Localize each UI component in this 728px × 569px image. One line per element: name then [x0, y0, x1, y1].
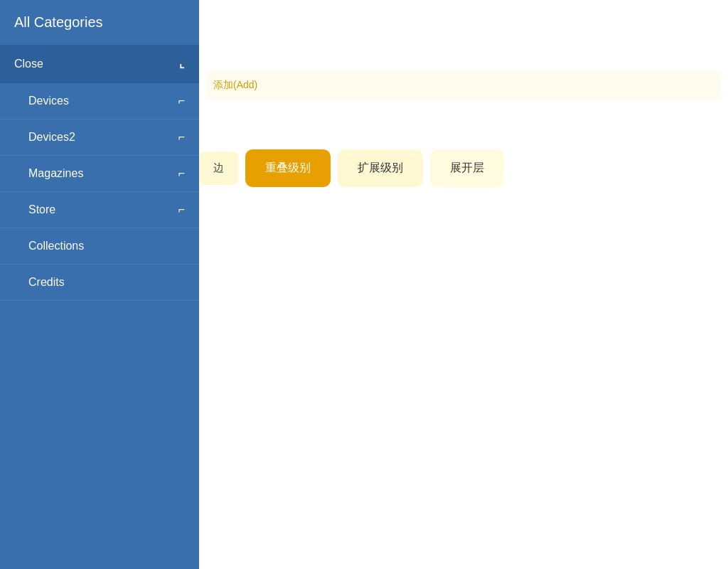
sidebar-item-label-devices: Devices: [28, 95, 69, 107]
sidebar-item-label-devices2: Devices2: [28, 131, 75, 144]
close-bracket-icon: ⌞: [179, 58, 185, 70]
sidebar: All Categories Close ⌞ Devices⌐Devices2⌐…: [0, 0, 199, 569]
sidebar-item-label-credits: Credits: [28, 276, 65, 289]
stack-level-button[interactable]: 重叠级别: [245, 149, 331, 187]
sidebar-item-arrow-devices2: ⌐: [178, 132, 185, 143]
floating-hint: 添加(Add): [206, 71, 721, 100]
floating-hint-text: 添加(Add): [213, 79, 257, 92]
sidebar-item-arrow-store: ⌐: [178, 204, 185, 216]
open-layer-button[interactable]: 展开层: [430, 149, 504, 187]
floating-panel: 边 重叠级别 扩展级别 展开层: [199, 142, 721, 194]
sidebar-items-list: Devices⌐Devices2⌐Magazines⌐Store⌐Collect…: [0, 83, 199, 301]
sidebar-close-label: Close: [14, 58, 43, 70]
sidebar-close-button[interactable]: Close ⌞: [0, 45, 199, 83]
panel-edge-label: 边: [199, 151, 238, 185]
sidebar-item-devices2[interactable]: Devices2⌐: [0, 119, 199, 156]
sidebar-item-label-store: Store: [28, 203, 55, 216]
expand-level-button[interactable]: 扩展级别: [338, 149, 423, 187]
sidebar-header: All Categories: [0, 0, 199, 45]
sidebar-item-credits[interactable]: Credits: [0, 265, 199, 301]
sidebar-item-arrow-devices: ⌐: [178, 95, 185, 107]
sidebar-item-label-collections: Collections: [28, 240, 84, 252]
sidebar-item-devices[interactable]: Devices⌐: [0, 83, 199, 119]
sidebar-item-store[interactable]: Store⌐: [0, 192, 199, 228]
sidebar-item-label-magazines: Magazines: [28, 167, 83, 180]
main-content: 添加(Add) 边 重叠级别 扩展级别 展开层: [199, 0, 728, 569]
sidebar-item-magazines[interactable]: Magazines⌐: [0, 156, 199, 192]
sidebar-item-collections[interactable]: Collections: [0, 228, 199, 265]
sidebar-title: All Categories: [14, 14, 103, 30]
sidebar-item-arrow-magazines: ⌐: [178, 168, 185, 179]
